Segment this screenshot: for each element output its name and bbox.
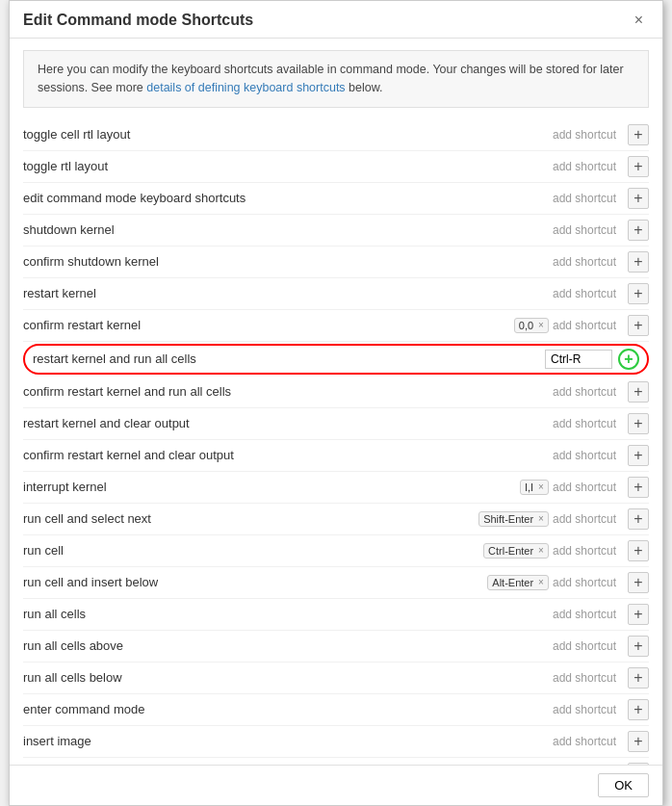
- add-shortcut-label: add shortcut: [553, 128, 616, 142]
- info-text-after: below.: [346, 81, 383, 94]
- add-shortcut-label: add shortcut: [553, 192, 616, 205]
- shortcut-row: confirm restart kernel and run all cells…: [23, 377, 649, 408]
- add-shortcut-button[interactable]: +: [628, 667, 649, 689]
- add-shortcut-label: add shortcut: [553, 512, 616, 526]
- ok-button[interactable]: OK: [598, 773, 649, 797]
- shortcut-row: toggle cell rtl layoutadd shortcut+: [23, 119, 649, 151]
- shortcut-badge: I,I ×: [520, 480, 549, 495]
- add-shortcut-button[interactable]: +: [618, 349, 639, 370]
- shortcut-badge: Alt-Enter ×: [487, 575, 549, 590]
- remove-binding-button[interactable]: ×: [538, 513, 544, 524]
- add-shortcut-button[interactable]: +: [628, 445, 649, 466]
- shortcut-bindings: add shortcut: [553, 192, 622, 205]
- shortcut-row: run all cells aboveadd shortcut+: [23, 631, 649, 663]
- add-shortcut-button[interactable]: +: [628, 283, 649, 304]
- edit-shortcuts-dialog: Edit Command mode Shortcuts × Here you c…: [9, 0, 663, 806]
- shortcut-input[interactable]: [545, 350, 612, 369]
- shortcut-bindings: add shortcut: [553, 735, 622, 748]
- shortcut-bindings: add shortcut: [553, 639, 622, 653]
- add-shortcut-button[interactable]: +: [628, 731, 649, 752]
- add-shortcut-button[interactable]: +: [628, 124, 649, 145]
- add-shortcut-label: add shortcut: [553, 160, 616, 173]
- shortcut-row: insert imageadd shortcut+: [23, 726, 649, 758]
- shortcut-row: run cellCtrl-Enter ×add shortcut+: [23, 535, 649, 567]
- shortcut-name: enter command mode: [23, 702, 553, 716]
- shortcut-row: restart kerneladd shortcut+: [23, 278, 649, 310]
- add-shortcut-button[interactable]: +: [628, 699, 649, 720]
- add-shortcut-button[interactable]: +: [628, 540, 649, 561]
- add-shortcut-button[interactable]: +: [628, 381, 649, 403]
- shortcut-bindings: I,I ×add shortcut: [520, 480, 622, 495]
- add-shortcut-label: add shortcut: [553, 287, 616, 300]
- add-shortcut-label: add shortcut: [553, 223, 616, 237]
- add-shortcut-button[interactable]: +: [628, 220, 649, 241]
- add-shortcut-button[interactable]: +: [628, 315, 649, 336]
- add-shortcut-button[interactable]: +: [628, 251, 649, 273]
- shortcut-badge: 0,0 ×: [514, 318, 549, 333]
- shortcut-bindings: add shortcut: [553, 287, 622, 300]
- add-shortcut-label: add shortcut: [553, 544, 616, 558]
- shortcut-name: shutdown kernel: [23, 222, 553, 237]
- add-shortcut-label: add shortcut: [553, 319, 616, 332]
- add-shortcut-label: add shortcut: [553, 417, 616, 430]
- shortcut-name: restart kernel and run all cells: [33, 351, 545, 366]
- dialog-title: Edit Command mode Shortcuts: [23, 12, 253, 29]
- shortcut-bindings: add shortcut: [553, 255, 622, 269]
- shortcut-bindings: add shortcut: [553, 671, 622, 685]
- add-shortcut-button[interactable]: +: [628, 508, 649, 530]
- shortcut-name: confirm restart kernel and clear output: [23, 448, 553, 462]
- shortcut-name: run all cells: [23, 607, 553, 621]
- shortcut-name: toggle rtl layout: [23, 159, 553, 173]
- shortcut-bindings: Shift-Enter ×add shortcut: [478, 511, 622, 527]
- shortcut-name: confirm shutdown kernel: [23, 254, 553, 269]
- shortcut-name: interrupt kernel: [23, 480, 520, 494]
- shortcut-bindings: Alt-Enter ×add shortcut: [487, 575, 622, 590]
- shortcut-name: run cell: [23, 543, 483, 558]
- shortcut-name: run all cells below: [23, 670, 553, 685]
- add-shortcut-button[interactable]: +: [628, 604, 649, 625]
- close-button[interactable]: ×: [629, 11, 649, 30]
- shortcut-name: confirm restart kernel and run all cells: [23, 384, 553, 399]
- remove-binding-button[interactable]: ×: [538, 481, 544, 492]
- info-box: Here you can modify the keyboard shortcu…: [23, 50, 649, 108]
- shortcut-name: restart kernel: [23, 286, 553, 300]
- shortcut-row: run cell and insert belowAlt-Enter ×add …: [23, 567, 649, 599]
- add-shortcut-label: add shortcut: [553, 608, 616, 621]
- shortcut-bindings: add shortcut: [553, 449, 622, 462]
- add-shortcut-button[interactable]: +: [628, 477, 649, 498]
- add-shortcut-button[interactable]: +: [628, 156, 649, 177]
- add-shortcut-button[interactable]: +: [628, 188, 649, 209]
- shortcut-bindings: add shortcut: [553, 417, 622, 430]
- shortcut-row: edit command mode keyboard shortcutsadd …: [23, 183, 649, 215]
- shortcut-name: edit command mode keyboard shortcuts: [23, 191, 553, 205]
- add-shortcut-label: add shortcut: [553, 735, 616, 748]
- shortcut-row: shutdown kerneladd shortcut+: [23, 215, 649, 247]
- info-link[interactable]: details of defining keyboard shortcuts: [146, 81, 345, 94]
- shortcut-row: toggle rtl layoutadd shortcut+: [23, 151, 649, 183]
- add-shortcut-button[interactable]: +: [628, 636, 649, 657]
- add-shortcut-button[interactable]: +: [628, 572, 649, 593]
- shortcut-row: restart kernel and clear outputadd short…: [23, 408, 649, 440]
- shortcut-row: run all cellsadd shortcut+: [23, 599, 649, 631]
- shortcut-bindings: add shortcut: [553, 160, 622, 173]
- shortcut-row: restart kernel and run all cells+: [23, 344, 649, 375]
- add-shortcut-label: add shortcut: [553, 385, 616, 399]
- shortcut-row: confirm restart kernel0,0 ×add shortcut+: [23, 310, 649, 342]
- add-shortcut-label: add shortcut: [553, 703, 616, 716]
- remove-binding-button[interactable]: ×: [538, 545, 544, 556]
- add-shortcut-label: add shortcut: [553, 449, 616, 462]
- shortcut-badge: Ctrl-Enter ×: [483, 543, 549, 559]
- shortcut-row: interrupt kernelI,I ×add shortcut+: [23, 472, 649, 504]
- add-shortcut-button[interactable]: +: [628, 413, 649, 434]
- shortcut-name: confirm restart kernel: [23, 318, 514, 332]
- shortcut-bindings: 0,0 ×add shortcut: [514, 318, 622, 333]
- remove-binding-button[interactable]: ×: [538, 577, 544, 587]
- shortcut-row: confirm restart kernel and clear outputa…: [23, 440, 649, 472]
- shortcut-bindings: add shortcut: [553, 223, 622, 237]
- shortcut-bindings: Ctrl-Enter ×add shortcut: [483, 543, 622, 559]
- dialog-header: Edit Command mode Shortcuts ×: [10, 1, 662, 39]
- shortcut-bindings: add shortcut: [553, 128, 622, 142]
- remove-binding-button[interactable]: ×: [538, 320, 544, 330]
- add-shortcut-label: add shortcut: [553, 576, 616, 589]
- shortcut-row: run all cells belowadd shortcut+: [23, 663, 649, 694]
